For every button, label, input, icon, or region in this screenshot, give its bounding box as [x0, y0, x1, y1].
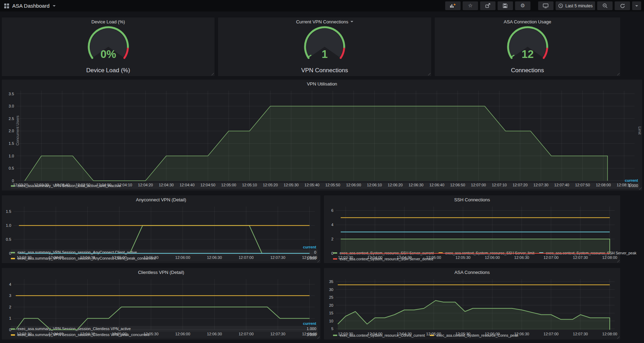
- cycle-view-button[interactable]: [538, 1, 553, 10]
- x-tick-label: 12:06:00: [346, 183, 361, 187]
- panel-title[interactable]: Device Load (%): [2, 17, 215, 26]
- y-tick-label: 2: [331, 237, 333, 241]
- x-tick-label: 12:07:30: [573, 255, 588, 260]
- clock-icon: [558, 3, 563, 8]
- gauge-label: VPN Connections: [218, 67, 431, 77]
- x-tick-label: 12:04:00: [368, 332, 383, 336]
- add-panel-icon: [450, 3, 456, 8]
- x-tick-label: 12:07:30: [270, 332, 285, 336]
- y-tick-label: 2.5: [9, 117, 14, 121]
- panel-title[interactable]: SSH Connections: [324, 195, 620, 204]
- gear-icon: ⚙: [520, 3, 525, 8]
- bottom-row: Clientless VPN (Detail) 0123412:03:3012:…: [1, 268, 643, 340]
- refresh-button[interactable]: [615, 1, 630, 10]
- x-tick-label: 12:05:30: [456, 332, 471, 336]
- chart-plot[interactable]: 510152025303512:03:3012:04:0012:04:3012:…: [325, 276, 619, 332]
- x-tick-label: 12:06:20: [388, 183, 403, 187]
- panel-title-text: Clientless VPN (Detail): [138, 270, 184, 275]
- x-tick-label: 12:06:30: [514, 332, 529, 336]
- add-panel-button[interactable]: [445, 1, 461, 10]
- x-tick-label: 12:08:00: [302, 332, 317, 336]
- y-tick-label: 1.0: [6, 223, 11, 228]
- x-tick-label: 12:04:00: [49, 255, 64, 260]
- x-tick-label: 12:08:00: [602, 255, 617, 260]
- y-tick-label: 1.5: [9, 141, 14, 146]
- x-tick-label: 12:04:10: [117, 183, 132, 187]
- x-tick-label: 12:06:30: [207, 332, 222, 336]
- x-tick-label: 12:04:30: [80, 255, 95, 260]
- zoom-out-icon: [602, 3, 608, 8]
- x-tick-label: 12:03:30: [338, 332, 353, 336]
- x-tick-label: 12:04:40: [180, 183, 195, 187]
- panel-title[interactable]: Clientless VPN (Detail): [2, 268, 320, 276]
- y-tick-label: 2: [9, 305, 11, 309]
- gauge: 0%: [2, 26, 215, 67]
- y-tick-label: 6: [331, 208, 333, 212]
- panel-current-vpn-connections: Current VPN Connections 1 VPN Connection…: [218, 17, 432, 76]
- y-tick-label: 0.5: [9, 166, 14, 170]
- series-fill: [341, 239, 610, 253]
- x-tick-label: 12:05:00: [112, 255, 127, 260]
- gauge-value: 0%: [100, 48, 116, 60]
- y-tick-label: 15: [329, 311, 333, 315]
- dashboards-grid-icon[interactable]: [4, 3, 9, 8]
- panel-title[interactable]: Anyconnect VPN (Detail): [2, 195, 320, 204]
- x-tick-label: 12:05:00: [426, 332, 441, 336]
- x-tick-label: 12:06:00: [485, 332, 500, 336]
- chart-plot[interactable]: 00.51.01.512:03:3012:04:0012:04:3012:05:…: [3, 204, 319, 244]
- refresh-icon: [620, 3, 625, 8]
- y-tick-label: 0: [12, 179, 14, 183]
- dashboard-title[interactable]: ASA Dashboard: [12, 3, 50, 9]
- panel-title[interactable]: ASA Connection Usage: [435, 17, 620, 26]
- x-tick-label: 12:04:00: [49, 332, 64, 336]
- zoom-out-button[interactable]: [597, 1, 613, 10]
- star-button[interactable]: ☆: [463, 1, 478, 10]
- panel-title-text: Anyconnect VPN (Detail): [136, 197, 186, 202]
- x-tick-label: 12:07:30: [534, 183, 549, 187]
- chart-svg: 510152025303512:03:3012:04:0012:04:3012:…: [325, 276, 619, 337]
- monitor-icon: [543, 3, 549, 8]
- refresh-interval-dropdown[interactable]: [632, 1, 641, 10]
- star-icon: ☆: [468, 3, 472, 8]
- dashboard-title-caret-icon[interactable]: [53, 5, 56, 7]
- panel-title-text: SSH Connections: [454, 197, 490, 202]
- x-tick-label: 12:06:40: [429, 183, 444, 187]
- x-tick-label: 12:05:10: [242, 183, 257, 187]
- panel-title[interactable]: ASA Connections: [324, 268, 620, 276]
- x-tick-label: 12:05:00: [221, 183, 236, 187]
- save-icon: [502, 3, 508, 8]
- panel-clientless-vpn-detail: Clientless VPN (Detail) 0123412:03:3012:…: [1, 268, 321, 340]
- x-tick-label: 12:07:00: [239, 332, 254, 336]
- y-tick-label: 0: [9, 251, 11, 255]
- chart-plot[interactable]: 024612:03:3012:04:0012:04:3012:05:0012:0…: [325, 204, 619, 250]
- y-tick-label: 25: [329, 295, 333, 299]
- x-tick-label: 12:07:00: [544, 332, 559, 336]
- x-tick-label: 12:07:40: [554, 183, 569, 187]
- time-range-label: Last 5 minutes: [565, 3, 593, 8]
- panel-device-load: Device Load (%) 0% Device Load (%): [1, 17, 215, 76]
- series-fill: [338, 300, 610, 330]
- x-tick-label: 12:07:20: [513, 183, 528, 187]
- gauge-svg: 12: [497, 26, 558, 67]
- y-tick-label: 30: [329, 288, 333, 292]
- chart-plot[interactable]: 0123412:03:3012:04:0012:04:3012:05:0012:…: [3, 276, 319, 321]
- time-range-picker[interactable]: Last 5 minutes: [556, 1, 595, 10]
- x-tick-label: 12:08:00: [602, 332, 617, 336]
- x-tick-label: 12:05:30: [456, 255, 471, 260]
- mid-row: Anyconnect VPN (Detail) 00.51.01.512:03:…: [1, 195, 643, 263]
- x-tick-label: 12:04:30: [397, 332, 412, 336]
- x-tick-label: 12:05:30: [144, 255, 159, 260]
- x-tick-label: 12:04:30: [397, 255, 412, 260]
- y-tick-label: 0: [9, 328, 11, 332]
- y-tick-label: 5: [331, 327, 333, 331]
- chart-plot[interactable]: Concurrent Users Limit 00.51.01.52.02.53…: [3, 88, 641, 178]
- panel-title[interactable]: VPN Utilisation: [2, 80, 642, 88]
- settings-button[interactable]: ⚙: [515, 1, 530, 10]
- share-button[interactable]: [480, 1, 495, 10]
- chevron-down-icon: [635, 5, 638, 7]
- x-tick-label: 12:03:30: [17, 255, 32, 260]
- x-tick-label: 12:06:10: [367, 183, 382, 187]
- save-button[interactable]: [498, 1, 513, 10]
- y-tick-label: 1: [9, 316, 11, 320]
- panel-title[interactable]: Current VPN Connections: [218, 17, 431, 26]
